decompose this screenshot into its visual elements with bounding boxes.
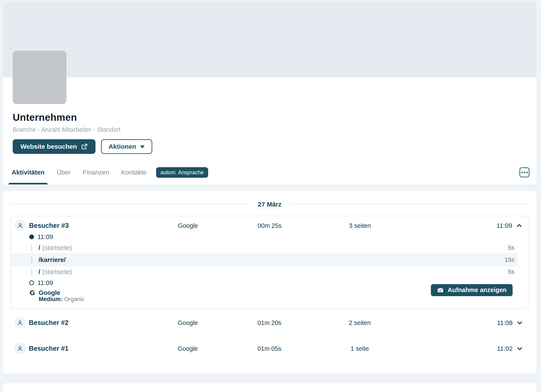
timeline-footer: 11:09 G Google Medium: Organic — [11, 277, 529, 303]
chevron-up-icon[interactable] — [516, 222, 522, 229]
pageview-row[interactable]: / (startseite) 5s — [11, 267, 518, 277]
tags-panel: Tags — [3, 383, 536, 392]
timeline-tick-icon — [31, 257, 32, 263]
actions-label: Aktionen — [109, 143, 136, 150]
company-logo-placeholder — [13, 51, 67, 104]
visitor-card-expanded: Besucher #3 Google 00m 25s 3 seiten 11:0… — [10, 216, 529, 309]
visitor-duration: 01m 20s — [223, 319, 316, 326]
date-divider: 27 März — [9, 201, 531, 208]
pageview-row-highlighted[interactable]: /karriere/ 15s — [11, 253, 518, 267]
external-link-icon — [81, 143, 88, 150]
chevron-down-icon[interactable] — [516, 345, 523, 352]
tab-bar: Aktivitäten Über Finanzen Kontakte autom… — [3, 160, 536, 184]
more-options-icon — [521, 172, 528, 173]
referrer-name: Google — [39, 289, 60, 296]
timeline-tick-icon — [31, 245, 32, 251]
show-recording-label: Aufnahme anzeigen — [448, 286, 507, 294]
visitor-avatar — [15, 220, 26, 231]
visitor-name-cell: Besucher #1 — [15, 343, 152, 354]
caret-down-icon — [140, 145, 145, 148]
visitor-avatar — [15, 343, 25, 354]
timeline-end-time: 11:09 — [11, 231, 529, 242]
visitor-source: Google — [152, 222, 224, 229]
timeline-time-label: 11:09 — [37, 279, 53, 286]
pageview-row[interactable]: / (startseite) 5s — [11, 242, 518, 253]
pageview-note: (startseite) — [42, 244, 72, 252]
visitor-row-3[interactable]: Besucher #3 Google 00m 25s 3 seiten 11:0… — [11, 220, 529, 231]
visitor-time: 11:09 — [496, 222, 512, 229]
visitor-name: Besucher #2 — [29, 319, 68, 327]
timeline-tick-icon — [31, 269, 32, 275]
referrer-medium: Medium: Organic — [11, 296, 431, 303]
timeline-dot-filled-icon — [29, 234, 34, 239]
company-info: Unternehmen Branche - Anzahl Mitarbeiter… — [3, 77, 536, 154]
person-icon — [16, 345, 24, 352]
timeline-time-label: 11:09 — [37, 233, 53, 241]
pageview-duration: 5s — [508, 244, 514, 251]
visitor-time: 11:08 — [497, 319, 513, 326]
divider-line — [9, 204, 250, 205]
visitor-source: Google — [152, 319, 223, 326]
company-header-card: Unternehmen Branche - Anzahl Mitarbeiter… — [3, 2, 536, 184]
pageview-note: (startseite) — [42, 268, 72, 275]
more-options-button[interactable] — [520, 167, 529, 177]
company-profile-page: Unternehmen Branche - Anzahl Mitarbeiter… — [0, 0, 541, 392]
visitor-name-cell: Besucher #2 — [15, 317, 152, 328]
visitor-source: Google — [152, 345, 223, 352]
actions-button[interactable]: Aktionen — [101, 139, 152, 154]
activities-panel: 27 März Besucher #3 Go — [3, 191, 536, 373]
timeline-source-block: 11:09 G Google Medium: Organic — [11, 277, 431, 303]
pageview-path: / — [38, 244, 40, 252]
visit-website-label: Website besuchen — [21, 143, 77, 150]
header-actions: Website besuchen Aktionen — [13, 139, 527, 154]
visitor-name-cell: Besucher #3 — [15, 220, 152, 231]
tab-ueber[interactable]: Über — [53, 160, 73, 184]
tab-kontakte[interactable]: Kontakte — [118, 160, 150, 184]
visitor-name: Besucher #3 — [29, 222, 69, 230]
timeline-start-time: 11:09 — [11, 277, 431, 289]
pageview-duration: 5s — [508, 268, 514, 275]
referrer-medium-label: Medium: — [39, 296, 62, 302]
google-g-icon: G — [29, 289, 35, 297]
company-banner — [3, 2, 536, 77]
badge-autom-ansprache[interactable]: autom. Ansprache — [156, 167, 208, 178]
chevron-down-icon[interactable] — [516, 320, 523, 326]
visit-website-button[interactable]: Website besuchen — [13, 139, 95, 154]
tab-aktivitaeten[interactable]: Aktivitäten — [9, 160, 47, 184]
visitor-name: Besucher #1 — [29, 345, 68, 352]
visitor-time: 11:02 — [497, 345, 513, 352]
visitor-pages: 3 seiten — [316, 222, 404, 229]
divider-line — [290, 204, 531, 205]
visitor-pages: 1 seite — [316, 345, 404, 352]
person-icon — [16, 319, 24, 326]
timeline-dot-open-icon — [29, 280, 34, 285]
pageview-path: / — [38, 268, 40, 275]
pageview-path: /karriere/ — [38, 256, 66, 263]
visitor-avatar — [15, 317, 25, 328]
company-name: Unternehmen — [13, 112, 527, 123]
company-subtitle: Branche - Anzahl Mitarbeiter - Standort — [13, 126, 527, 133]
visitor-pages: 2 seiten — [316, 319, 404, 326]
pageview-duration: 15s — [505, 256, 514, 263]
date-label: 27 März — [258, 201, 281, 208]
camera-icon — [437, 287, 444, 294]
visitor-row-2[interactable]: Besucher #2 Google 01m 20s 2 seiten 11:0… — [9, 311, 531, 335]
visitor-duration: 01m 05s — [223, 345, 316, 352]
person-icon — [16, 222, 24, 229]
visit-timeline: 11:09 / (startseite) 5s /karriere/ 15s — [11, 231, 529, 303]
referrer-medium-value: Organic — [64, 296, 85, 302]
tab-finanzen[interactable]: Finanzen — [80, 160, 112, 184]
visitor-row-1[interactable]: Besucher #1 Google 01m 05s 1 seite 11:02 — [9, 337, 531, 361]
visitor-duration: 00m 25s — [224, 222, 316, 229]
show-recording-button[interactable]: Aufnahme anzeigen — [431, 284, 513, 296]
